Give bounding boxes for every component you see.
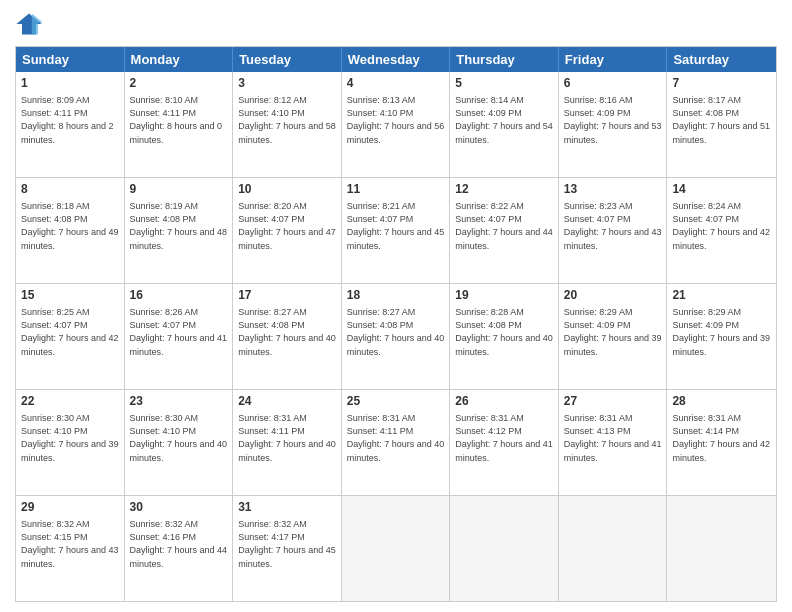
- day-cell-28: 28 Sunrise: 8:31 AMSunset: 4:14 PMDaylig…: [667, 390, 776, 495]
- day-number: 2: [130, 75, 228, 92]
- day-cell-18: 18 Sunrise: 8:27 AMSunset: 4:08 PMDaylig…: [342, 284, 451, 389]
- day-info: Sunrise: 8:22 AMSunset: 4:07 PMDaylight:…: [455, 201, 553, 251]
- page: SundayMondayTuesdayWednesdayThursdayFrid…: [0, 0, 792, 612]
- empty-cell: [342, 496, 451, 601]
- day-info: Sunrise: 8:29 AMSunset: 4:09 PMDaylight:…: [672, 307, 770, 357]
- day-cell-22: 22 Sunrise: 8:30 AMSunset: 4:10 PMDaylig…: [16, 390, 125, 495]
- day-number: 7: [672, 75, 771, 92]
- day-number: 26: [455, 393, 553, 410]
- day-cell-8: 8 Sunrise: 8:18 AMSunset: 4:08 PMDayligh…: [16, 178, 125, 283]
- day-cell-9: 9 Sunrise: 8:19 AMSunset: 4:08 PMDayligh…: [125, 178, 234, 283]
- day-info: Sunrise: 8:17 AMSunset: 4:08 PMDaylight:…: [672, 95, 770, 145]
- day-cell-13: 13 Sunrise: 8:23 AMSunset: 4:07 PMDaylig…: [559, 178, 668, 283]
- day-number: 3: [238, 75, 336, 92]
- day-number: 10: [238, 181, 336, 198]
- day-number: 6: [564, 75, 662, 92]
- day-number: 17: [238, 287, 336, 304]
- day-info: Sunrise: 8:25 AMSunset: 4:07 PMDaylight:…: [21, 307, 119, 357]
- day-number: 22: [21, 393, 119, 410]
- header-day-thursday: Thursday: [450, 47, 559, 72]
- day-number: 31: [238, 499, 336, 516]
- day-info: Sunrise: 8:23 AMSunset: 4:07 PMDaylight:…: [564, 201, 662, 251]
- day-info: Sunrise: 8:18 AMSunset: 4:08 PMDaylight:…: [21, 201, 119, 251]
- day-info: Sunrise: 8:21 AMSunset: 4:07 PMDaylight:…: [347, 201, 445, 251]
- day-number: 30: [130, 499, 228, 516]
- day-info: Sunrise: 8:30 AMSunset: 4:10 PMDaylight:…: [130, 413, 228, 463]
- day-info: Sunrise: 8:13 AMSunset: 4:10 PMDaylight:…: [347, 95, 445, 145]
- day-info: Sunrise: 8:32 AMSunset: 4:17 PMDaylight:…: [238, 519, 336, 569]
- day-cell-12: 12 Sunrise: 8:22 AMSunset: 4:07 PMDaylig…: [450, 178, 559, 283]
- header-day-wednesday: Wednesday: [342, 47, 451, 72]
- day-info: Sunrise: 8:32 AMSunset: 4:16 PMDaylight:…: [130, 519, 228, 569]
- day-number: 14: [672, 181, 771, 198]
- day-cell-23: 23 Sunrise: 8:30 AMSunset: 4:10 PMDaylig…: [125, 390, 234, 495]
- day-info: Sunrise: 8:27 AMSunset: 4:08 PMDaylight:…: [238, 307, 336, 357]
- day-cell-31: 31 Sunrise: 8:32 AMSunset: 4:17 PMDaylig…: [233, 496, 342, 601]
- day-number: 18: [347, 287, 445, 304]
- day-info: Sunrise: 8:14 AMSunset: 4:09 PMDaylight:…: [455, 95, 553, 145]
- day-info: Sunrise: 8:27 AMSunset: 4:08 PMDaylight:…: [347, 307, 445, 357]
- header-day-tuesday: Tuesday: [233, 47, 342, 72]
- day-cell-2: 2 Sunrise: 8:10 AMSunset: 4:11 PMDayligh…: [125, 72, 234, 177]
- header: [15, 10, 777, 38]
- day-number: 13: [564, 181, 662, 198]
- day-info: Sunrise: 8:29 AMSunset: 4:09 PMDaylight:…: [564, 307, 662, 357]
- day-cell-17: 17 Sunrise: 8:27 AMSunset: 4:08 PMDaylig…: [233, 284, 342, 389]
- day-info: Sunrise: 8:12 AMSunset: 4:10 PMDaylight:…: [238, 95, 336, 145]
- day-cell-5: 5 Sunrise: 8:14 AMSunset: 4:09 PMDayligh…: [450, 72, 559, 177]
- day-number: 16: [130, 287, 228, 304]
- day-info: Sunrise: 8:09 AMSunset: 4:11 PMDaylight:…: [21, 95, 114, 145]
- calendar-row-4: 22 Sunrise: 8:30 AMSunset: 4:10 PMDaylig…: [16, 389, 776, 495]
- day-info: Sunrise: 8:31 AMSunset: 4:11 PMDaylight:…: [347, 413, 445, 463]
- day-number: 15: [21, 287, 119, 304]
- day-number: 23: [130, 393, 228, 410]
- day-info: Sunrise: 8:16 AMSunset: 4:09 PMDaylight:…: [564, 95, 662, 145]
- calendar-row-1: 1 Sunrise: 8:09 AMSunset: 4:11 PMDayligh…: [16, 72, 776, 177]
- day-cell-26: 26 Sunrise: 8:31 AMSunset: 4:12 PMDaylig…: [450, 390, 559, 495]
- day-cell-10: 10 Sunrise: 8:20 AMSunset: 4:07 PMDaylig…: [233, 178, 342, 283]
- day-number: 27: [564, 393, 662, 410]
- calendar: SundayMondayTuesdayWednesdayThursdayFrid…: [15, 46, 777, 602]
- day-cell-15: 15 Sunrise: 8:25 AMSunset: 4:07 PMDaylig…: [16, 284, 125, 389]
- day-info: Sunrise: 8:26 AMSunset: 4:07 PMDaylight:…: [130, 307, 228, 357]
- day-cell-14: 14 Sunrise: 8:24 AMSunset: 4:07 PMDaylig…: [667, 178, 776, 283]
- day-cell-19: 19 Sunrise: 8:28 AMSunset: 4:08 PMDaylig…: [450, 284, 559, 389]
- header-day-sunday: Sunday: [16, 47, 125, 72]
- day-number: 8: [21, 181, 119, 198]
- calendar-header: SundayMondayTuesdayWednesdayThursdayFrid…: [16, 47, 776, 72]
- day-number: 12: [455, 181, 553, 198]
- day-cell-24: 24 Sunrise: 8:31 AMSunset: 4:11 PMDaylig…: [233, 390, 342, 495]
- day-number: 5: [455, 75, 553, 92]
- header-day-friday: Friday: [559, 47, 668, 72]
- logo-icon: [15, 10, 43, 38]
- day-number: 20: [564, 287, 662, 304]
- empty-cell: [450, 496, 559, 601]
- day-number: 19: [455, 287, 553, 304]
- day-info: Sunrise: 8:19 AMSunset: 4:08 PMDaylight:…: [130, 201, 228, 251]
- day-cell-11: 11 Sunrise: 8:21 AMSunset: 4:07 PMDaylig…: [342, 178, 451, 283]
- day-cell-27: 27 Sunrise: 8:31 AMSunset: 4:13 PMDaylig…: [559, 390, 668, 495]
- calendar-row-2: 8 Sunrise: 8:18 AMSunset: 4:08 PMDayligh…: [16, 177, 776, 283]
- day-cell-25: 25 Sunrise: 8:31 AMSunset: 4:11 PMDaylig…: [342, 390, 451, 495]
- day-cell-3: 3 Sunrise: 8:12 AMSunset: 4:10 PMDayligh…: [233, 72, 342, 177]
- day-number: 9: [130, 181, 228, 198]
- day-number: 29: [21, 499, 119, 516]
- day-number: 25: [347, 393, 445, 410]
- day-number: 28: [672, 393, 771, 410]
- calendar-body: 1 Sunrise: 8:09 AMSunset: 4:11 PMDayligh…: [16, 72, 776, 601]
- empty-cell: [667, 496, 776, 601]
- day-cell-16: 16 Sunrise: 8:26 AMSunset: 4:07 PMDaylig…: [125, 284, 234, 389]
- day-info: Sunrise: 8:30 AMSunset: 4:10 PMDaylight:…: [21, 413, 119, 463]
- day-number: 1: [21, 75, 119, 92]
- day-number: 21: [672, 287, 771, 304]
- logo: [15, 10, 47, 38]
- day-cell-4: 4 Sunrise: 8:13 AMSunset: 4:10 PMDayligh…: [342, 72, 451, 177]
- day-number: 4: [347, 75, 445, 92]
- day-info: Sunrise: 8:31 AMSunset: 4:12 PMDaylight:…: [455, 413, 553, 463]
- day-cell-7: 7 Sunrise: 8:17 AMSunset: 4:08 PMDayligh…: [667, 72, 776, 177]
- day-info: Sunrise: 8:31 AMSunset: 4:11 PMDaylight:…: [238, 413, 336, 463]
- header-day-monday: Monday: [125, 47, 234, 72]
- day-cell-20: 20 Sunrise: 8:29 AMSunset: 4:09 PMDaylig…: [559, 284, 668, 389]
- day-info: Sunrise: 8:20 AMSunset: 4:07 PMDaylight:…: [238, 201, 336, 251]
- day-info: Sunrise: 8:31 AMSunset: 4:13 PMDaylight:…: [564, 413, 662, 463]
